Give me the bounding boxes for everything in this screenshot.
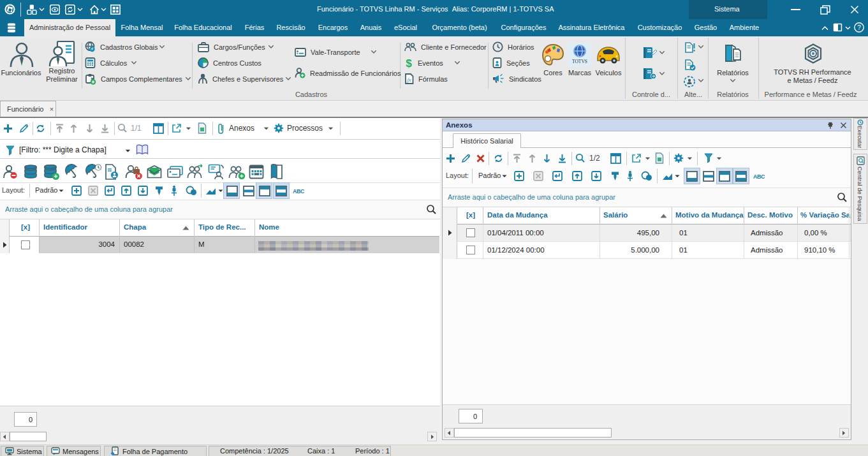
svg-text:?: ? [857, 24, 861, 31]
svg-text:ABC: ABC [293, 188, 304, 194]
svg-text:TOTVS: TOTVS [572, 59, 587, 64]
svg-text:ABC: ABC [753, 173, 765, 179]
svg-text:fx: fx [407, 77, 411, 83]
svg-text:$: $ [406, 57, 412, 68]
